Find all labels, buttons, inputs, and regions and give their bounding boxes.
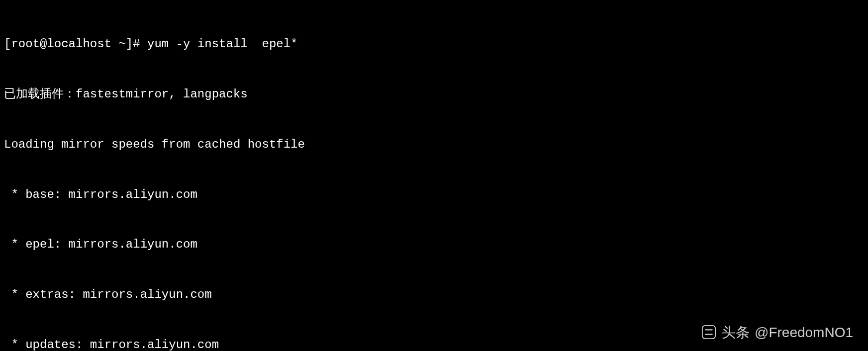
terminal-line: [root@localhost ~]# yum -y install epel* bbox=[4, 36, 864, 53]
terminal-line: * epel: mirrors.aliyun.com bbox=[4, 236, 864, 253]
terminal-line: * base: mirrors.aliyun.com bbox=[4, 186, 864, 203]
terminal-line: Loading mirror speeds from cached hostfi… bbox=[4, 136, 864, 153]
watermark-prefix: 头条 bbox=[722, 323, 750, 342]
toutiao-icon bbox=[701, 324, 717, 340]
watermark: 头条 @FreedomNO1 bbox=[701, 323, 853, 342]
svg-rect-0 bbox=[702, 326, 715, 339]
watermark-handle: @FreedomNO1 bbox=[755, 323, 853, 342]
terminal-output: [root@localhost ~]# yum -y install epel*… bbox=[4, 2, 864, 351]
terminal-line: 已加载插件：fastestmirror, langpacks bbox=[4, 86, 864, 103]
terminal-line: * extras: mirrors.aliyun.com bbox=[4, 286, 864, 303]
